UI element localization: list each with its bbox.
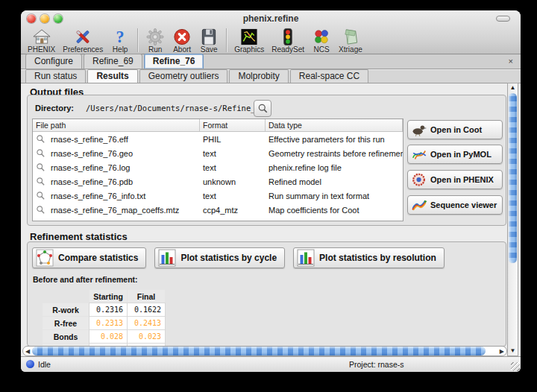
tab-refine-76[interactable]: Refine_76 bbox=[144, 54, 204, 69]
tab-results[interactable]: Results bbox=[87, 69, 137, 83]
horizontal-scrollbar[interactable]: ◀ ▶ bbox=[22, 346, 507, 356]
toolbar-label: Xtriage bbox=[339, 45, 362, 54]
resize-grip[interactable] bbox=[511, 362, 520, 371]
scroll-down-arrow-icon[interactable]: ▼ bbox=[508, 347, 518, 354]
toolbar-label: Help bbox=[113, 45, 128, 54]
output-files-panel: Directory: /Users/nat/Documents/rnase-s/… bbox=[27, 95, 506, 226]
toolbar-button-readyset[interactable]: ReadySet bbox=[268, 28, 308, 54]
table-row[interactable]: rnase-s_refine_76_info.txt text Run summ… bbox=[33, 189, 403, 203]
compare-statistics-button[interactable]: Compare statistics bbox=[32, 247, 146, 268]
tab-real-space-cc[interactable]: Real-space CC bbox=[290, 69, 368, 83]
toolbar-button-graphics[interactable]: Graphics bbox=[230, 28, 268, 54]
output-files-table[interactable]: File path Format Data type rnase-s_refin… bbox=[32, 118, 403, 221]
stats-row-bonds: Bonds 0.028 0.023 bbox=[43, 330, 165, 343]
magnifier-icon bbox=[36, 205, 45, 215]
file-data-type: Run summary in text format bbox=[266, 192, 403, 200]
titlebar[interactable]: phenix.refine bbox=[21, 10, 521, 27]
final-value: 0.023 bbox=[128, 330, 165, 343]
toolbar-label: Graphics bbox=[234, 45, 264, 54]
button-label: Compare statistics bbox=[58, 253, 138, 263]
svg-text:?: ? bbox=[116, 28, 125, 46]
button-label: Plot statistics by cycle bbox=[180, 253, 277, 263]
tab-configure[interactable]: Configure bbox=[25, 54, 82, 69]
scroll-left-arrow-icon[interactable]: ◀ bbox=[25, 347, 30, 355]
directory-path: /Users/nat/Documents/rnase-s/Refine_76 bbox=[86, 104, 265, 113]
toolbar-button-preferences[interactable]: Preferences bbox=[59, 28, 107, 54]
file-data-type: phenix.refine log file bbox=[266, 163, 403, 172]
toolbar-button-help[interactable]: ? Help bbox=[107, 28, 134, 54]
table-header-row[interactable]: File path Format Data type bbox=[33, 119, 403, 132]
toolbar-button-save[interactable]: Save bbox=[195, 28, 222, 54]
table-row[interactable]: rnase-s_refine_76.pdb unknown Refined mo… bbox=[33, 174, 403, 189]
row-label: Bonds bbox=[43, 330, 89, 343]
column-header-format[interactable]: Format bbox=[200, 119, 266, 131]
button-label: Open in PyMOL bbox=[430, 150, 492, 159]
toolbar-separator bbox=[137, 28, 138, 52]
window-title: phenix.refine bbox=[21, 13, 521, 24]
tab-molprobity[interactable]: Molprobity bbox=[229, 69, 288, 83]
column-header-final: Final bbox=[128, 290, 165, 303]
toolbar-button-run[interactable]: Run bbox=[142, 28, 169, 54]
floppy-disk-icon bbox=[199, 28, 219, 46]
bar-chart-icon bbox=[158, 249, 176, 267]
open-in-phenix-button[interactable]: Open in PHENIX bbox=[407, 170, 503, 189]
browse-directory-button[interactable] bbox=[254, 100, 271, 117]
abort-x-icon bbox=[172, 28, 192, 46]
tab-geometry-outliers[interactable]: Geometry outliers bbox=[139, 69, 228, 83]
toolbar-button-phenix[interactable]: PHENIX bbox=[24, 28, 59, 54]
toolbar-button-abort[interactable]: Abort bbox=[169, 28, 195, 54]
directory-row: Directory: /Users/nat/Documents/rnase-s/… bbox=[28, 100, 506, 118]
file-format: PHIL bbox=[200, 135, 266, 144]
file-name: rnase-s_refine_76.pdb bbox=[48, 177, 136, 186]
toolbar-label: Save bbox=[201, 45, 218, 54]
toolbar-toggle-button[interactable] bbox=[496, 16, 510, 22]
file-data-type: Refined model bbox=[266, 177, 403, 186]
file-name: rnase-s_refine_76.eff bbox=[48, 135, 131, 144]
magnifier-icon bbox=[36, 177, 45, 186]
file-data-type: Map coefficients for Coot bbox=[266, 206, 403, 215]
starting-value: 0.2316 bbox=[90, 303, 127, 316]
molecule-network-icon bbox=[36, 249, 54, 267]
open-in-coot-button[interactable]: Open in Coot bbox=[407, 120, 503, 139]
directory-label: Directory: bbox=[35, 104, 74, 113]
magnifier-icon bbox=[36, 162, 45, 172]
file-format: text bbox=[200, 192, 266, 200]
open-in-pymol-button[interactable]: Open in PyMOL bbox=[407, 145, 503, 164]
table-row[interactable]: rnase-s_refine_76_map_coeffs.mtz ccp4_mt… bbox=[33, 203, 403, 217]
magnifier-icon bbox=[36, 148, 45, 158]
bar-chart-icon bbox=[297, 249, 315, 267]
plot-statistics-by-resolution-button[interactable]: Plot statistics by resolution bbox=[293, 247, 445, 268]
sequence-viewer-button[interactable]: Sequence viewer bbox=[407, 195, 503, 215]
toolbar-button-xtriage[interactable]: Xtriage bbox=[335, 28, 366, 54]
toolbar-label: NCS bbox=[314, 45, 330, 54]
scroll-right-arrow-icon[interactable]: ▶ bbox=[500, 347, 504, 355]
table-row[interactable]: rnase-s_refine_76.geo text Geometry rest… bbox=[33, 146, 403, 160]
table-row[interactable]: rnase-s_refine_76.log text phenix.refine… bbox=[33, 160, 403, 174]
toolbar-button-ncs[interactable]: NCS bbox=[308, 28, 335, 54]
run-tab-bar: Configure Refine_69 Refine_76 × bbox=[21, 54, 521, 69]
starting-value: 0.2313 bbox=[90, 317, 127, 329]
file-name: rnase-s_refine_76.geo bbox=[48, 149, 136, 158]
phenix-logo-icon bbox=[411, 172, 427, 187]
column-header-file-path[interactable]: File path bbox=[33, 119, 200, 131]
button-label: Plot statistics by resolution bbox=[319, 253, 436, 263]
refinement-stats-table: Starting Final R-work 0.2316 0.1622 R-fr… bbox=[42, 289, 166, 347]
toolbar-label: PHENIX bbox=[28, 45, 55, 54]
magnifier-icon bbox=[36, 134, 45, 144]
tab-run-status[interactable]: Run status bbox=[25, 69, 86, 83]
coot-bird-icon bbox=[411, 122, 427, 137]
starting-value: 0.028 bbox=[90, 330, 127, 343]
file-name: rnase-s_refine_76.log bbox=[48, 163, 133, 172]
plot-statistics-by-cycle-button[interactable]: Plot statistics by cycle bbox=[154, 247, 285, 268]
home-icon bbox=[32, 28, 51, 46]
horizontal-scroll-thumb[interactable] bbox=[32, 347, 486, 355]
project-label: Project: rnase-s bbox=[349, 360, 404, 369]
close-tab-button[interactable]: × bbox=[509, 57, 513, 66]
vertical-scrollbar[interactable]: ▲ ▼ bbox=[507, 83, 518, 356]
table-row[interactable]: rnase-s_refine_76.eff PHIL Effective par… bbox=[33, 132, 403, 146]
scroll-up-arrow-icon[interactable]: ▲ bbox=[508, 84, 518, 91]
tab-refine-69[interactable]: Refine_69 bbox=[84, 54, 142, 69]
column-header-data-type[interactable]: Data type bbox=[266, 119, 403, 131]
file-format: ccp4_mtz bbox=[200, 206, 266, 215]
vertical-scroll-thumb[interactable] bbox=[509, 93, 517, 263]
